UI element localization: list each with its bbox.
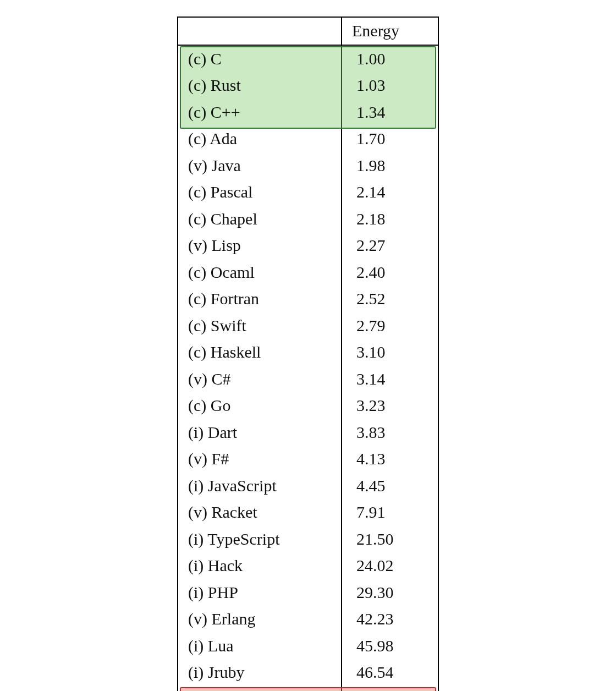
table-row: (i) TypeScript21.50: [178, 526, 438, 553]
energy-table: Energy (c) C1.00(c) Rust1.03(c) C++1.34(…: [178, 18, 438, 691]
cell-lang: (v) Lisp: [178, 232, 342, 259]
table-row: (c) Go3.23: [178, 392, 438, 419]
table-row: (v) Java1.98: [178, 152, 438, 179]
cell-energy: 1.70: [342, 125, 438, 152]
cell-energy: 46.54: [342, 659, 438, 686]
cell-energy: 1.98: [342, 152, 438, 179]
cell-lang: (c) C: [178, 45, 342, 73]
table-row: (i) PHP29.30: [178, 579, 438, 606]
table-row: (v) Racket7.91: [178, 499, 438, 526]
cell-energy: 3.14: [342, 366, 438, 393]
table-body: (c) C1.00(c) Rust1.03(c) C++1.34(c) Ada1…: [178, 45, 438, 692]
cell-energy: 4.13: [342, 446, 438, 473]
cell-energy: 3.10: [342, 339, 438, 366]
cell-lang: (c) Haskell: [178, 339, 342, 366]
table-row: (c) Pascal2.14: [178, 179, 438, 206]
cell-energy: 2.18: [342, 206, 438, 233]
cell-lang: (c) C++: [178, 99, 342, 126]
table-row: (c) C++1.34: [178, 99, 438, 126]
cell-energy: 21.50: [342, 526, 438, 553]
table-row: (c) Ada1.70: [178, 125, 438, 152]
cell-energy: 2.79: [342, 312, 438, 339]
cell-lang: (v) Java: [178, 152, 342, 179]
cell-lang: (c) Fortran: [178, 286, 342, 312]
cell-lang: (i) Dart: [178, 419, 342, 446]
table-row: (v) F#4.13: [178, 446, 438, 473]
table-row: (v) Lisp2.27: [178, 232, 438, 259]
energy-table-container: Energy (c) C1.00(c) Rust1.03(c) C++1.34(…: [177, 17, 439, 691]
cell-energy: 29.30: [342, 579, 438, 606]
cell-lang: (c) Pascal: [178, 179, 342, 206]
table-row: (c) Haskell3.10: [178, 339, 438, 366]
cell-lang: (i) Jruby: [178, 659, 342, 686]
header-blank: [178, 18, 342, 45]
cell-lang: (v) Erlang: [178, 606, 342, 633]
cell-lang: (i) JavaScript: [178, 473, 342, 500]
cell-lang: (v) F#: [178, 446, 342, 473]
table-row: (i) Lua45.98: [178, 633, 438, 660]
cell-lang: (i) Hack: [178, 552, 342, 579]
table-row: (v) C#3.14: [178, 366, 438, 393]
cell-energy: 7.91: [342, 499, 438, 526]
cell-lang: (c) Rust: [178, 72, 342, 99]
cell-lang: (i) TypeScript: [178, 526, 342, 553]
cell-lang: (c) Go: [178, 392, 342, 419]
cell-energy: 1.34: [342, 99, 438, 126]
table-row: (c) Swift2.79: [178, 312, 438, 339]
cell-energy: 1.03: [342, 72, 438, 99]
cell-lang: (i) Ruby: [178, 686, 342, 692]
cell-energy: 2.14: [342, 179, 438, 206]
table-row: (i) Dart3.83: [178, 419, 438, 446]
cell-energy: 2.52: [342, 286, 438, 312]
table-row: (c) C1.00: [178, 45, 438, 73]
cell-lang: (v) C#: [178, 366, 342, 393]
cell-energy: 42.23: [342, 606, 438, 633]
cell-energy: 4.45: [342, 473, 438, 500]
cell-energy: 3.83: [342, 419, 438, 446]
header-energy: Energy: [342, 18, 438, 45]
cell-energy: 2.40: [342, 259, 438, 286]
cell-energy: 45.98: [342, 633, 438, 660]
cell-lang: (c) Chapel: [178, 206, 342, 233]
cell-energy: 3.23: [342, 392, 438, 419]
cell-lang: (c) Ada: [178, 125, 342, 152]
cell-lang: (i) PHP: [178, 579, 342, 606]
table-row: (c) Fortran2.52: [178, 286, 438, 312]
table-row: (c) Rust1.03: [178, 72, 438, 99]
table-header-row: Energy: [178, 18, 438, 45]
cell-lang: (c) Ocaml: [178, 259, 342, 286]
cell-energy: 1.00: [342, 45, 438, 73]
table-row: (c) Chapel2.18: [178, 206, 438, 233]
table-row: (i) Hack24.02: [178, 552, 438, 579]
cell-lang: (v) Racket: [178, 499, 342, 526]
table-row: (i) Jruby46.54: [178, 659, 438, 686]
cell-lang: (c) Swift: [178, 312, 342, 339]
table-row: (v) Erlang42.23: [178, 606, 438, 633]
cell-energy: 2.27: [342, 232, 438, 259]
table-row: (i) JavaScript4.45: [178, 473, 438, 500]
table-row: (c) Ocaml2.40: [178, 259, 438, 286]
table-row: (i) Ruby69.91: [178, 686, 438, 692]
cell-lang: (i) Lua: [178, 633, 342, 660]
cell-energy: 24.02: [342, 552, 438, 579]
cell-energy: 69.91: [342, 686, 438, 692]
